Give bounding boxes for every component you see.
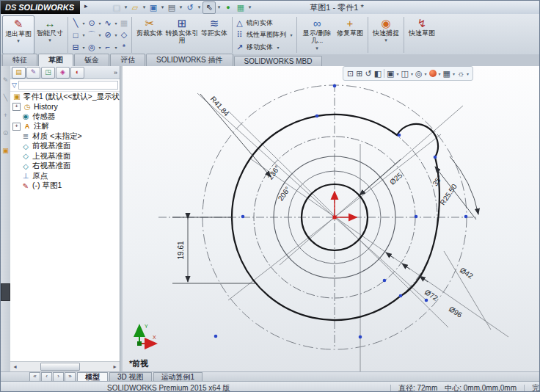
display-style-icon[interactable]: ◫ bbox=[401, 68, 408, 79]
view-settings-icon[interactable]: ☼ bbox=[457, 68, 464, 79]
display-delete-relations-button[interactable]: ∞ 显示/删除几... ▾ bbox=[299, 15, 335, 54]
dimxpert-manager-tab-icon[interactable]: ◈ bbox=[56, 67, 70, 79]
smart-dimension-button[interactable]: ↔ 智能尺寸 ▾ bbox=[34, 15, 65, 54]
view-settings-dropdown-icon[interactable]: ▾ bbox=[467, 71, 469, 76]
quick-snaps-dropdown-icon[interactable]: ▾ bbox=[384, 37, 387, 43]
save-icon[interactable]: ▣ bbox=[147, 2, 159, 13]
quick-snaps-button[interactable]: ◉ 快速捕捉 ▾ bbox=[371, 15, 401, 54]
save-dropdown-icon[interactable]: ▾ bbox=[160, 4, 165, 10]
tree-item-annotations[interactable]: + A 注解 bbox=[10, 122, 120, 132]
offset-entities-button[interactable]: ≋ 等距实体 bbox=[199, 15, 230, 54]
section-view-icon[interactable]: ◧ bbox=[374, 68, 382, 79]
scroll-left-icon[interactable]: ◂ bbox=[10, 363, 20, 370]
line-tool-icon[interactable]: ╲ bbox=[70, 18, 81, 28]
view-orientation-icon[interactable]: ▣ bbox=[387, 68, 394, 79]
print-icon[interactable]: ▤ bbox=[166, 2, 178, 13]
smart-dimension-dropdown-icon[interactable]: ▾ bbox=[48, 37, 51, 43]
tree-horizontal-scrollbar[interactable]: ◂ ▸ bbox=[10, 361, 120, 371]
dim-diameter-25[interactable]: Ø25 bbox=[388, 171, 404, 186]
tree-item-material[interactable]: ≣ 材质 <未指定> bbox=[10, 131, 120, 142]
ellipse-dropdown-icon[interactable]: ▾ bbox=[113, 32, 119, 37]
tree-item-origin[interactable]: ⊥ 原点 bbox=[10, 171, 120, 181]
undo-icon[interactable]: ↺ bbox=[184, 2, 196, 13]
tree-item-sensors[interactable]: ◉ 传感器 bbox=[10, 112, 120, 122]
rectangle-tool-icon[interactable]: □ bbox=[70, 31, 81, 40]
line-dropdown-icon[interactable]: ▾ bbox=[81, 21, 87, 26]
circle-dropdown-icon[interactable]: ▾ bbox=[97, 21, 103, 26]
display-manager-tab-icon[interactable]: ◐ bbox=[70, 67, 84, 79]
zoom-fit-icon[interactable]: ⊡ bbox=[347, 68, 354, 79]
dim-diameter-96[interactable]: Ø96 bbox=[448, 305, 464, 319]
previous-view-icon[interactable]: ↺ bbox=[365, 68, 371, 79]
point-tool-icon[interactable]: * bbox=[119, 43, 129, 51]
convert-entities-button[interactable]: ⊞ 转换实体引用 bbox=[165, 15, 199, 54]
exit-sketch-button[interactable]: ✎ 退出草图 ▾ bbox=[2, 15, 34, 54]
tree-item-front-plane[interactable]: ◇ 前视基准面 bbox=[10, 142, 120, 152]
select-tool-icon[interactable]: ⇖ bbox=[202, 1, 216, 14]
hide-show-dropdown-icon[interactable]: ▾ bbox=[425, 71, 427, 76]
sketch-canvas[interactable]: R41.84 236° 206° Ø25 35° R25.50 19.61 Ø4… bbox=[123, 66, 540, 371]
configuration-manager-tab-icon[interactable]: ◳ bbox=[41, 67, 55, 79]
collapsed-panel-box[interactable] bbox=[1, 283, 10, 301]
feature-manager-tab-icon[interactable]: ▤ bbox=[12, 67, 26, 79]
menu-expand-icon[interactable]: ▸ bbox=[84, 2, 88, 10]
move-entities-button[interactable]: ↗ 移动实体 ▾ bbox=[235, 42, 294, 52]
expand-icon[interactable]: + bbox=[12, 103, 21, 111]
filter-funnel-icon[interactable]: ▽ bbox=[12, 81, 17, 89]
dim-angle-206[interactable]: 206° bbox=[277, 185, 292, 202]
appearance-dropdown-icon[interactable]: ▾ bbox=[439, 71, 441, 76]
zoom-area-icon[interactable]: ⊞ bbox=[356, 68, 362, 79]
dim-diameter-42[interactable]: Ø42 bbox=[459, 266, 475, 280]
fillet-dropdown-icon[interactable]: ▾ bbox=[113, 45, 119, 50]
linear-pattern-dropdown-icon[interactable]: ▾ bbox=[288, 32, 294, 37]
expand-icon[interactable]: + bbox=[12, 123, 21, 131]
strip-sketch-icon[interactable]: ✎ bbox=[1, 76, 10, 84]
apply-scene-icon[interactable]: ▦ bbox=[443, 68, 450, 79]
graphics-viewport[interactable]: R41.84 236° 206° Ø25 35° R25.50 19.61 Ø4… bbox=[123, 66, 540, 371]
slot-tool-icon[interactable]: ⊟ bbox=[70, 43, 81, 52]
spline-dropdown-icon[interactable]: ▾ bbox=[113, 21, 119, 26]
tab-evaluate[interactable]: 评估 bbox=[110, 54, 145, 66]
rectangle-dropdown-icon[interactable]: ▾ bbox=[81, 32, 87, 37]
arc-dropdown-icon[interactable]: ▾ bbox=[97, 32, 103, 37]
manager-tabs-chevron-icon[interactable]: » bbox=[114, 69, 117, 76]
spline-tool-icon[interactable]: ∿ bbox=[103, 18, 113, 28]
dim-length-19-61[interactable]: 19.61 bbox=[177, 241, 185, 259]
tree-item-top-plane[interactable]: ◇ 上视基准面 bbox=[10, 151, 120, 161]
property-manager-tab-icon[interactable]: ✎ bbox=[26, 67, 40, 79]
slot-dropdown-icon[interactable]: ▾ bbox=[81, 45, 87, 50]
tree-root-part[interactable]: ▣ 零件1 (默认<<默认>_显示状态 bbox=[10, 92, 120, 102]
hide-show-items-icon[interactable]: ◎ bbox=[415, 68, 423, 79]
perimeter-circle-icon[interactable]: ◎ bbox=[87, 43, 97, 52]
tree-item-history[interactable]: + ◷ History bbox=[10, 102, 120, 112]
new-file-icon[interactable]: ▢ bbox=[111, 2, 123, 13]
tab-solidworks-addins[interactable]: SOLIDWORKS 插件 bbox=[146, 54, 233, 66]
new-dropdown-icon[interactable]: ▾ bbox=[123, 4, 128, 10]
arc-tool-icon[interactable]: ⌒ bbox=[87, 29, 97, 40]
open-dropdown-icon[interactable]: ▾ bbox=[142, 4, 147, 10]
strip-part-icon[interactable]: ▣ bbox=[1, 147, 10, 154]
strip-line-icon[interactable]: ╲ bbox=[1, 94, 10, 101]
filter-input[interactable] bbox=[18, 81, 118, 90]
display-style-dropdown-icon[interactable]: ▾ bbox=[411, 71, 413, 76]
tab-features[interactable]: 特征 bbox=[2, 54, 37, 66]
ellipse-tool-icon[interactable]: ⊘ bbox=[103, 30, 113, 40]
strip-add-icon[interactable]: + bbox=[1, 112, 10, 119]
exit-sketch-dropdown-icon[interactable]: ▾ bbox=[17, 38, 20, 44]
construction-diagonals[interactable] bbox=[197, 93, 508, 371]
circle-tool-icon[interactable]: ⊙ bbox=[87, 18, 97, 28]
tree-item-sketch1[interactable]: ✎ (-) 草图1 bbox=[10, 181, 120, 192]
rapid-sketch-button[interactable]: ↯ 快速草图 bbox=[406, 15, 437, 54]
linear-pattern-button[interactable]: ⠿ 线性草图阵列 ▾ bbox=[235, 30, 294, 40]
undo-dropdown-icon[interactable]: ▾ bbox=[197, 4, 202, 10]
tree-item-right-plane[interactable]: ◇ 右视基准面 bbox=[10, 161, 120, 172]
print-dropdown-icon[interactable]: ▾ bbox=[178, 4, 183, 10]
display-delete-dropdown-icon[interactable]: ▾ bbox=[315, 46, 318, 51]
tab-sheet-metal[interactable]: 钣金 bbox=[74, 54, 109, 66]
open-file-icon[interactable]: ▱ bbox=[129, 2, 141, 13]
scrollbar-thumb[interactable] bbox=[40, 363, 80, 371]
fillet-tool-icon[interactable]: ⌐ bbox=[103, 43, 113, 51]
tab-sketch[interactable]: 草图 bbox=[38, 54, 73, 66]
dim-radius-25-50[interactable]: R25.50 bbox=[438, 182, 459, 206]
trim-entities-button[interactable]: ✂ 剪裁实体 bbox=[134, 15, 165, 54]
